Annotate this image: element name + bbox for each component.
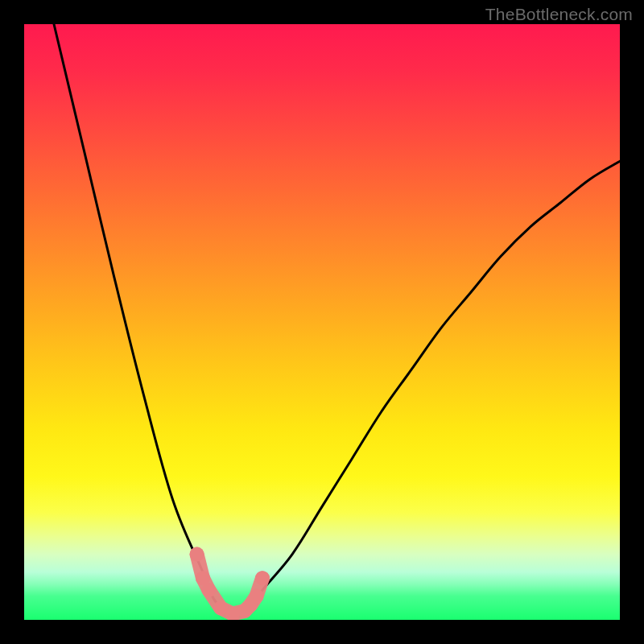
marker-dot xyxy=(190,547,204,562)
watermark-text: TheBottleneck.com xyxy=(485,5,633,24)
marker-dot xyxy=(201,583,216,597)
curve-path xyxy=(54,24,620,614)
plot-area xyxy=(24,24,620,620)
bottleneck-curve-svg xyxy=(24,24,620,620)
marker-dot xyxy=(250,588,264,603)
scatter-markers xyxy=(190,547,270,620)
chart-frame: TheBottleneck.com xyxy=(0,0,644,644)
marker-dot xyxy=(255,571,270,585)
bottleneck-line xyxy=(54,24,620,614)
